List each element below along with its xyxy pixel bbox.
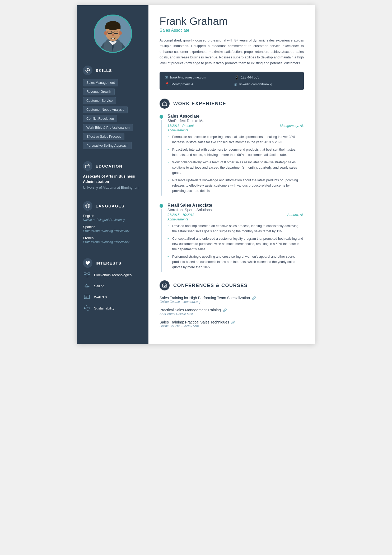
svg-rect-9 [105, 26, 120, 29]
resume-container: SKILLS Sales ManagementRevenue GrowthCus… [77, 5, 315, 344]
interest-sailing-label: Sailing [94, 284, 104, 288]
location-text: Montgomery, AL [171, 82, 195, 86]
conf-ext-2: 🔗 [223, 308, 227, 312]
work-icon [160, 99, 170, 109]
conf-source-3: Online Course - udemy.com [160, 324, 304, 328]
conf-name-2: Practical Sales Management Training 🔗 [160, 308, 304, 312]
education-section-header: EDUCATION [77, 156, 148, 174]
bullet-2-3: Performed strategic upselling and cross-… [167, 254, 304, 270]
bullet-2-2: Conceptualized and enforced a customer l… [167, 236, 304, 252]
skill-tag: Persuasive Selling Approach [83, 142, 132, 149]
svg-rect-23 [87, 164, 88, 165]
conferences-section-header: CONFERENCES & COURSES [160, 280, 304, 290]
phone-text: 123 444 555 [241, 76, 259, 79]
job-entry-2: Retail Sales Associate Storefront Sports… [160, 203, 304, 272]
email-icon: ✉ [165, 75, 168, 80]
sustainability-icon [83, 304, 91, 312]
bullet-1-2: Proactively interact with customers to r… [167, 147, 304, 158]
person-name: Frank Graham [160, 15, 304, 27]
job-meta-2: 01/2015 - 10/2018 Auburn, AL [167, 213, 304, 217]
conf-name-1: Sales Training for High Performing Team … [160, 296, 304, 300]
svg-point-10 [104, 31, 107, 35]
conference-1: Sales Training for High Performing Team … [160, 296, 304, 304]
email-text: frank@novoresume.com [170, 76, 206, 79]
linkedin-text: linkedin.com/in/frank.g [239, 82, 272, 86]
job-content-1: Sales Associate ShoPerfect Deluxe Mal 11… [167, 114, 304, 196]
linkedin-icon: in [234, 82, 237, 86]
skills-icon [83, 66, 92, 75]
job-role-2: Retail Sales Associate [167, 203, 304, 208]
conference-2: Practical Sales Management Training 🔗 Sh… [160, 308, 304, 316]
language-spanish: Spanish Professional Working Proficiency [83, 225, 143, 233]
language-french: French Professional Working Proficiency [83, 236, 143, 244]
job-date-1: 11/2018 - Present [167, 124, 194, 128]
skill-tag: Revenue Growth [83, 88, 115, 95]
bullet-1-1: Formulate and execute compelling seasona… [167, 134, 304, 145]
svg-rect-31 [86, 275, 88, 277]
contact-location: 📍 Montgomery, AL [165, 82, 229, 86]
timeline-dot-1 [160, 115, 163, 119]
skills-list: Sales ManagementRevenue GrowthCustomer S… [83, 78, 143, 150]
conf-source-1: Online Course - coursera.org [160, 300, 304, 304]
conf-source-2: ShoPerfect Deluxe Mall [160, 312, 304, 316]
sailing-icon [83, 282, 91, 290]
skill-tag: Effective Sales Process [83, 133, 124, 140]
education-school: University of Alabama at Birmingham [83, 185, 143, 190]
conf-name-3: Sales Training: Practical Sales Techniqu… [160, 320, 304, 324]
bullet-1-3: Work collaboratively with a team of 8 ot… [167, 160, 304, 175]
conferences-icon [160, 280, 170, 290]
contact-bar: ✉ frank@novoresume.com 📱 123 444 555 📍 M… [160, 72, 304, 90]
interests-section-header: INTERESTS [77, 253, 148, 271]
job-content-2: Retail Sales Associate Storefront Sports… [167, 203, 304, 272]
svg-point-17 [87, 70, 88, 71]
svg-line-34 [87, 275, 89, 275]
contact-phone: 📱 123 444 555 [234, 75, 298, 80]
svg-rect-35 [84, 295, 90, 299]
education-icon [83, 161, 92, 171]
education-degree: Associate of Arts in Business Administra… [83, 174, 143, 184]
location-icon: 📍 [165, 82, 169, 86]
languages-section-header: LANGUAGES [77, 196, 148, 214]
skills-content: Sales ManagementRevenue GrowthCustomer S… [77, 78, 148, 156]
interest-sailing: Sailing [83, 282, 143, 290]
interest-blockchain-label: Blockchain Technologies [94, 273, 132, 277]
svg-point-11 [119, 31, 122, 35]
interest-sustainability: Sustainability [83, 304, 143, 312]
languages-icon [83, 201, 92, 211]
achievements-label-1: Achievements [167, 128, 304, 132]
svg-rect-30 [88, 273, 90, 275]
job-location-1: Montgomery, AL [280, 124, 304, 128]
interests-content: Blockchain Technologies Sailing [77, 271, 148, 322]
work-title: WORK EXPERIENCE [173, 101, 226, 107]
education-title: EDUCATION [96, 164, 123, 168]
web3-icon: φ [83, 293, 91, 301]
interest-web3-label: Web 3.0 [94, 295, 107, 299]
interest-sustainability-label: Sustainability [94, 306, 114, 310]
avatar-image [95, 16, 131, 52]
job-company-2: Storefront Sports Solutions [167, 208, 304, 212]
sidebar: SKILLS Sales ManagementRevenue GrowthCus… [77, 5, 148, 344]
svg-point-37 [86, 307, 88, 309]
avatar-section [77, 5, 148, 61]
job-entry-1: Sales Associate ShoPerfect Deluxe Mal 11… [160, 114, 304, 196]
contact-email: ✉ frank@novoresume.com [165, 75, 229, 80]
work-section-header: WORK EXPERIENCE [160, 99, 304, 109]
job-meta-1: 11/2018 - Present Montgomery, AL [167, 124, 304, 128]
contact-linkedin: in linkedin.com/in/frank.g [234, 82, 298, 86]
languages-title: LANGUAGES [96, 204, 124, 208]
skill-tag: Sales Management [83, 79, 118, 86]
summary-text: Accomplished, growth-focused professiona… [160, 38, 304, 66]
language-english: English Native or Bilingual Proficiency [83, 214, 143, 222]
interests-icon [83, 258, 92, 268]
svg-text:φ: φ [85, 296, 87, 298]
svg-rect-29 [84, 273, 86, 275]
bullet-1-4: Preserve up-to-date knowledge and inform… [167, 178, 304, 193]
interests-title: INTERESTS [96, 261, 122, 265]
skill-tag: Customer Needs Analysis [83, 106, 128, 113]
work-experience-section: WORK EXPERIENCE Sales Associate ShoPerfe… [160, 99, 304, 272]
svg-line-33 [85, 275, 87, 275]
timeline-line-1 [161, 120, 162, 196]
timeline-dot-2 [160, 204, 163, 208]
job-bullets-2: Devised and implemented an effective sal… [167, 223, 304, 270]
skills-title: SKILLS [96, 68, 112, 73]
